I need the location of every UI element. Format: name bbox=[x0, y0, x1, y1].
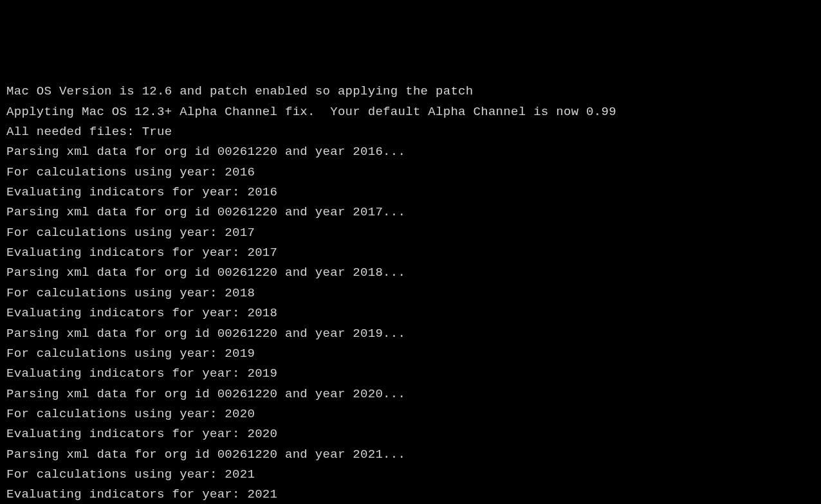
terminal-line: For calculations using year: 2016 bbox=[6, 163, 815, 183]
terminal-line: Parsing xml data for org id 00261220 and… bbox=[6, 324, 815, 344]
terminal-line: For calculations using year: 2019 bbox=[6, 344, 815, 364]
terminal-line: All needed files: True bbox=[6, 122, 815, 142]
terminal-line: Evaluating indicators for year: 2019 bbox=[6, 364, 815, 384]
terminal-line: Evaluating indicators for year: 2016 bbox=[6, 183, 815, 203]
terminal-line: For calculations using year: 2017 bbox=[6, 223, 815, 243]
terminal-line: Parsing xml data for org id 00261220 and… bbox=[6, 203, 815, 222]
terminal-line: Evaluating indicators for year: 2017 bbox=[6, 243, 815, 263]
terminal-line: Parsing xml data for org id 00261220 and… bbox=[6, 445, 815, 465]
terminal-line: Evaluating indicators for year: 2021 bbox=[6, 485, 815, 504]
terminal-line: Evaluating indicators for year: 2020 bbox=[6, 424, 815, 444]
terminal-line: Parsing xml data for org id 00261220 and… bbox=[6, 142, 815, 162]
terminal-line: Mac OS Version is 12.6 and patch enabled… bbox=[6, 82, 815, 102]
terminal-line: Evaluating indicators for year: 2018 bbox=[6, 303, 815, 323]
terminal-output[interactable]: Mac OS Version is 12.6 and patch enabled… bbox=[6, 82, 815, 504]
terminal-line: Parsing xml data for org id 00261220 and… bbox=[6, 263, 815, 283]
terminal-line: For calculations using year: 2018 bbox=[6, 284, 815, 303]
terminal-line: For calculations using year: 2021 bbox=[6, 465, 815, 485]
terminal-line: Parsing xml data for org id 00261220 and… bbox=[6, 384, 815, 404]
terminal-line: Applyting Mac OS 12.3+ Alpha Channel fix… bbox=[6, 102, 815, 122]
terminal-line: For calculations using year: 2020 bbox=[6, 404, 815, 424]
